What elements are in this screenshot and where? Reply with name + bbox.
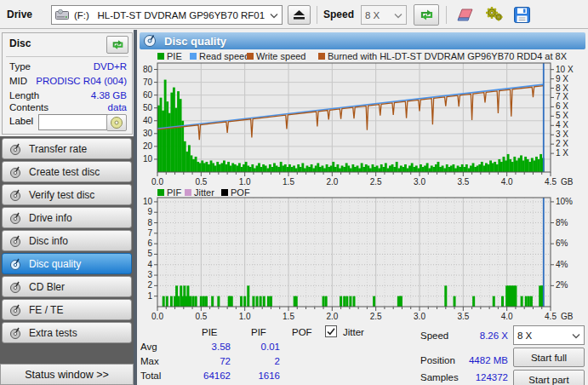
svg-text:6%: 6% [556, 238, 568, 248]
disc-row-label: Contents [9, 102, 49, 112]
toolbar-separator [317, 6, 317, 24]
svg-text:4.0: 4.0 [501, 177, 513, 186]
svg-text:PIF: PIF [167, 187, 181, 198]
max-pie-value: 72 [188, 356, 231, 366]
cd-icon [9, 257, 23, 271]
settings-button[interactable] [482, 3, 506, 26]
cd-icon [9, 211, 23, 225]
position-stat-value: 4482 MB [443, 355, 508, 365]
refresh-icon [111, 38, 124, 51]
speed-label: Speed [323, 0, 354, 29]
cd-icon [143, 34, 157, 48]
refresh-button[interactable] [414, 4, 439, 26]
svg-text:3.0: 3.0 [414, 312, 425, 321]
drive-select[interactable]: (F:) HL-DT-ST DVDRAM GP96YB70 RF01 [51, 5, 283, 25]
disc-info-panel: Disc TypeDVD+R MIDPRODISC R04 (004) Leng… [2, 32, 133, 135]
sidebar-item-cd-bler[interactable]: CD Bler [2, 276, 132, 297]
speed-stat-value: 8.26 X [443, 330, 508, 341]
svg-text:10 X: 10 X [556, 65, 574, 74]
disc-row-label: Type [9, 61, 31, 72]
svg-text:4: 4 [147, 260, 152, 269]
svg-text:3: 3 [147, 270, 152, 279]
svg-text:80: 80 [143, 65, 153, 74]
eject-button[interactable] [288, 5, 311, 25]
svg-text:3.5: 3.5 [457, 177, 469, 186]
svg-text:Write speed: Write speed [256, 51, 306, 61]
save-icon [514, 7, 530, 23]
eraser-icon [456, 8, 475, 21]
svg-text:2.0: 2.0 [326, 312, 338, 321]
cd-icon [9, 234, 23, 248]
results-section: PIE PIF POF Jitter Avg 3.58 0.01 Max 72 … [137, 324, 588, 385]
col-header-pif: PIF [251, 327, 280, 337]
sidebar-item-create-test-disc[interactable]: Create test disc [2, 161, 132, 182]
cd-icon [9, 188, 23, 202]
main-panel: Disc quality PIERead speedWrite speedBur… [137, 30, 588, 385]
sidebar-item-label: CD Bler [29, 281, 65, 293]
svg-text:4.0: 4.0 [501, 312, 513, 321]
row-label: Avg [140, 342, 157, 352]
cd-icon [9, 142, 23, 156]
col-header-pie: PIE [202, 327, 231, 337]
cd-icon [9, 280, 23, 294]
svg-text:8 X: 8 X [556, 83, 568, 93]
sidebar-item-label: Disc quality [29, 258, 81, 270]
svg-text:4 X: 4 X [556, 120, 568, 129]
svg-text:6 X: 6 X [556, 101, 568, 111]
svg-text:Read speed: Read speed [199, 51, 249, 61]
svg-text:2.5: 2.5 [370, 312, 382, 321]
sidebar-item-extra-tests[interactable]: Extra tests [2, 322, 132, 343]
page-titlebar: Disc quality [140, 32, 585, 49]
disc-panel-title: Disc [9, 37, 31, 49]
page-title: Disc quality [164, 35, 226, 48]
sidebar-item-label: FE / TE [29, 304, 63, 316]
disc-refresh-button[interactable] [106, 36, 128, 54]
chevron-down-icon [572, 330, 580, 341]
svg-text:1 X: 1 X [556, 148, 568, 158]
cd-icon [110, 116, 123, 129]
speed-select[interactable]: 8 X [361, 5, 407, 25]
svg-text:2 X: 2 X [556, 139, 568, 148]
start-part-button[interactable]: Start part [513, 370, 585, 385]
sidebar-item-label: Extra tests [29, 327, 77, 339]
svg-text:60: 60 [143, 90, 153, 100]
svg-text:0.0: 0.0 [151, 177, 163, 186]
disc-label-button[interactable] [106, 114, 127, 131]
app-window: Drive (F:) HL-DT-ST DVDRAM GP96YB70 RF01… [0, 0, 588, 385]
cd-icon [9, 165, 23, 179]
jitter-checkbox[interactable] [325, 325, 337, 337]
chevron-down-icon [270, 10, 278, 20]
pif-chart: PIFJitterPOF0.00.51.01.52.02.53.03.54.04… [137, 186, 588, 324]
svg-text:6: 6 [147, 238, 152, 248]
svg-text:9: 9 [147, 207, 152, 216]
sidebar-item-transfer-rate[interactable]: Transfer rate [2, 138, 132, 159]
svg-text:5 X: 5 X [556, 111, 568, 120]
chevron-down-icon [394, 10, 402, 20]
svg-text:1.0: 1.0 [239, 312, 251, 321]
test-speed-select[interactable]: 8 X [513, 325, 585, 345]
svg-text:10: 10 [143, 154, 153, 164]
svg-text:40: 40 [143, 116, 153, 125]
svg-text:2.0: 2.0 [326, 177, 338, 186]
svg-text:5: 5 [147, 249, 152, 258]
drive-icon [55, 9, 69, 20]
svg-text:GB: GB [561, 177, 574, 186]
erase-disc-button[interactable] [454, 3, 477, 26]
sidebar-item-verify-test-disc[interactable]: Verify test disc [2, 184, 132, 205]
svg-text:1: 1 [147, 291, 152, 301]
svg-text:3 X: 3 X [556, 129, 568, 139]
sidebar-item-drive-info[interactable]: Drive info [2, 207, 132, 228]
label-field-label: Label [9, 116, 33, 126]
pie-speed-chart: PIERead speedWrite speedBurned with HL-D… [137, 49, 588, 186]
label-input[interactable] [38, 114, 110, 130]
gears-icon [485, 6, 504, 23]
start-full-button[interactable]: Start full [513, 348, 585, 367]
svg-text:Jitter: Jitter [194, 187, 214, 198]
status-window-button[interactable]: Status window >> [0, 364, 134, 385]
sidebar-item-disc-quality[interactable]: Disc quality [2, 253, 132, 274]
sidebar-item-disc-info[interactable]: Disc info [2, 230, 132, 251]
row-label: Total [140, 371, 161, 381]
sidebar-item-label: Create test disc [29, 166, 100, 178]
save-button[interactable] [510, 3, 534, 26]
sidebar-item-fe-te[interactable]: FE / TE [2, 299, 132, 320]
